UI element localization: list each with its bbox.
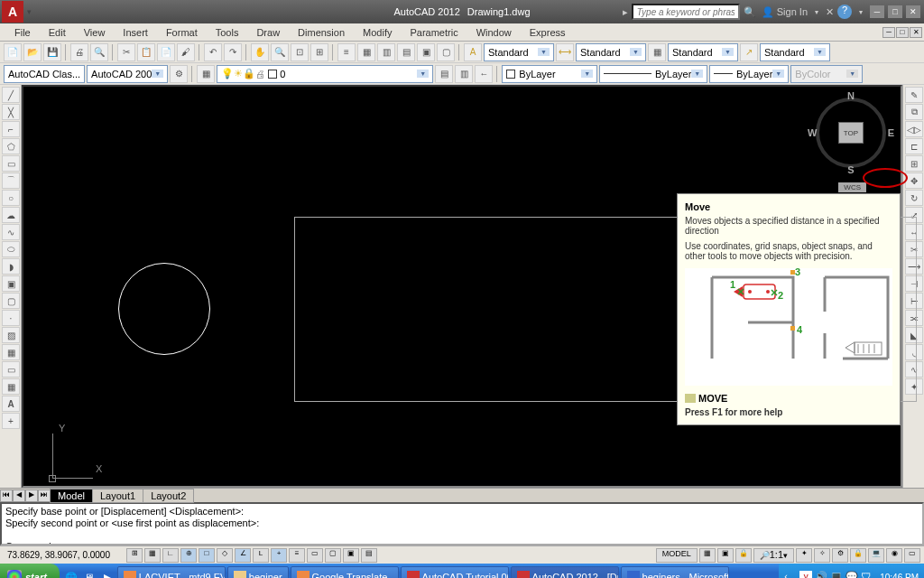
clean-screen-icon[interactable]: ▭ xyxy=(904,548,920,563)
task-word[interactable]: beginers - Microsoft ... xyxy=(621,566,729,578)
ql-ie-icon[interactable]: 🌐 xyxy=(63,567,79,578)
text-icon[interactable]: A xyxy=(2,396,20,412)
tray-expand-icon[interactable]: ‹ xyxy=(784,571,797,578)
menu-tools[interactable]: Tools xyxy=(208,25,246,40)
task-lacviet[interactable]: LACVIET - mtd9 EVA... xyxy=(117,566,226,578)
quickview-layouts-icon[interactable]: ▦ xyxy=(699,548,716,563)
coordinates[interactable]: 73.8629, 38.9067, 0.0000 xyxy=(4,550,114,560)
polyline-icon[interactable]: ⌐ xyxy=(2,121,20,137)
3dosnap-toggle[interactable]: ◇ xyxy=(217,548,233,563)
sign-in-button[interactable]: 👤Sign In xyxy=(762,6,808,18)
ql-desktop-icon[interactable]: 🖥 xyxy=(81,567,97,578)
rectangle-icon[interactable]: ▭ xyxy=(2,155,20,172)
help-arrow-icon[interactable]: ▾ xyxy=(859,8,863,16)
wcs-label[interactable]: WCS xyxy=(838,182,866,192)
snap-toggle[interactable]: ⊞ xyxy=(126,548,143,563)
menu-format[interactable]: Format xyxy=(159,25,205,40)
tab-first-icon[interactable]: ⏮ xyxy=(0,489,13,502)
maximize-button[interactable]: □ xyxy=(888,5,902,18)
toolbar-lock-icon[interactable]: 🔒 xyxy=(850,548,866,563)
layer-prev-icon[interactable]: ← xyxy=(475,65,493,83)
ql-media-icon[interactable]: ▶ xyxy=(99,567,116,578)
hardware-accel-icon[interactable]: 💻 xyxy=(868,548,884,563)
annoauto-icon[interactable]: ✧ xyxy=(814,548,830,563)
textstyle-dropdown[interactable]: Standard▼ xyxy=(484,43,554,61)
undo-icon[interactable]: ↶ xyxy=(204,43,222,61)
tool-palette-icon[interactable]: ▥ xyxy=(377,43,395,61)
preview-icon[interactable]: 🔍 xyxy=(90,43,108,61)
menu-insert[interactable]: Insert xyxy=(116,25,155,40)
workspace-name-dropdown[interactable]: AutoCAD 200▼ xyxy=(87,65,168,83)
app-logo[interactable]: A xyxy=(2,1,23,23)
polygon-icon[interactable]: ⬠ xyxy=(2,138,20,154)
mleader-icon[interactable]: ↗ xyxy=(740,43,758,61)
qp-toggle[interactable]: ▢ xyxy=(325,548,341,563)
menu-draw[interactable]: Draw xyxy=(249,25,287,40)
task-translate[interactable]: Google Translate - ... xyxy=(291,566,399,578)
redo-icon[interactable]: ↷ xyxy=(224,43,242,61)
menu-file[interactable]: File xyxy=(7,25,38,40)
ducs-toggle[interactable]: L xyxy=(253,548,269,563)
dc-icon[interactable]: ▦ xyxy=(357,43,375,61)
dim-icon[interactable]: ⟷ xyxy=(556,43,574,61)
tab-layout1[interactable]: Layout1 xyxy=(92,489,143,503)
cut-icon[interactable]: ✂ xyxy=(117,43,135,61)
zoom-rt-icon[interactable]: 🔍 xyxy=(271,43,289,61)
dyn-toggle[interactable]: + xyxy=(271,548,287,563)
copy-obj-icon[interactable]: ⧉ xyxy=(905,104,923,120)
infocenter-icon[interactable]: 🔍 xyxy=(744,6,758,18)
menu-modify[interactable]: Modify xyxy=(356,25,399,40)
anno-scale[interactable]: 🔎1:1▾ xyxy=(753,548,794,563)
sc-toggle[interactable]: ▣ xyxy=(343,548,359,563)
task-beginer[interactable]: beginer xyxy=(227,566,289,578)
menu-view[interactable]: View xyxy=(77,25,113,40)
otrack-toggle[interactable]: ∠ xyxy=(235,548,251,563)
copy-icon[interactable]: 📋 xyxy=(137,43,155,61)
ellipse-arc-icon[interactable]: ◗ xyxy=(2,258,20,275)
arc-icon[interactable]: ⌒ xyxy=(2,172,20,189)
properties-icon[interactable]: ≡ xyxy=(337,43,356,61)
markup-icon[interactable]: ▣ xyxy=(417,43,435,61)
am-toggle[interactable]: ▤ xyxy=(361,548,377,563)
erase-icon[interactable]: ✎ xyxy=(905,87,923,103)
tab-last-icon[interactable]: ⏭ xyxy=(38,489,51,502)
annovis-icon[interactable]: ✦ xyxy=(796,548,812,563)
table-icon[interactable]: ▦ xyxy=(648,43,666,61)
mirror-icon[interactable]: ◁▷ xyxy=(905,121,923,137)
doc-minimize-button[interactable]: ─ xyxy=(882,27,895,38)
compass-north[interactable]: N xyxy=(847,90,855,101)
gradient-icon[interactable]: ▦ xyxy=(2,344,20,360)
menu-window[interactable]: Window xyxy=(469,25,519,40)
annoscale-icon[interactable]: 🔒 xyxy=(735,548,752,563)
quickcalc-icon[interactable]: ▢ xyxy=(437,43,455,61)
tray-lang-icon[interactable]: V xyxy=(799,571,812,578)
tray-shield-icon[interactable]: 🛡 xyxy=(861,571,873,578)
layer-props-icon[interactable]: ▦ xyxy=(197,65,215,83)
paste-icon[interactable]: 📄 xyxy=(157,43,175,61)
move-icon[interactable]: ✥ xyxy=(905,172,923,189)
osnap-toggle[interactable]: □ xyxy=(199,548,215,563)
open-icon[interactable]: 📂 xyxy=(23,43,42,61)
lineweight-dropdown[interactable]: ByLayer▼ xyxy=(709,65,789,83)
linetype-dropdown[interactable]: ByLayer▼ xyxy=(599,65,707,83)
insert-block-icon[interactable]: ▣ xyxy=(2,275,20,292)
matchprop-icon[interactable]: 🖌 xyxy=(177,43,195,61)
menu-parametric[interactable]: Parametric xyxy=(402,25,465,40)
signin-arrow-icon[interactable]: ▾ xyxy=(815,8,818,16)
isolate-icon[interactable]: ◉ xyxy=(886,548,902,563)
mleaderstyle-dropdown[interactable]: Standard▼ xyxy=(760,43,830,61)
compass-east[interactable]: E xyxy=(888,127,894,138)
tray-vol-icon[interactable]: 🔊 xyxy=(815,571,827,578)
lwt-toggle[interactable]: ≡ xyxy=(289,548,305,563)
menu-edit[interactable]: Edit xyxy=(42,25,73,40)
tab-next-icon[interactable]: ▶ xyxy=(25,489,38,502)
close-button[interactable]: ✕ xyxy=(906,5,920,18)
menu-dimension[interactable]: Dimension xyxy=(291,25,352,40)
make-block-icon[interactable]: ▢ xyxy=(2,293,20,309)
color-dropdown[interactable]: ByLayer▼ xyxy=(502,65,597,83)
tablestyle-dropdown[interactable]: Standard▼ xyxy=(668,43,738,61)
spline-icon[interactable]: ∿ xyxy=(2,224,20,240)
qat-arrow-icon[interactable]: ▾ xyxy=(27,7,32,16)
add-selected-icon[interactable]: + xyxy=(2,413,20,429)
array-icon[interactable]: ⊞ xyxy=(905,155,923,172)
